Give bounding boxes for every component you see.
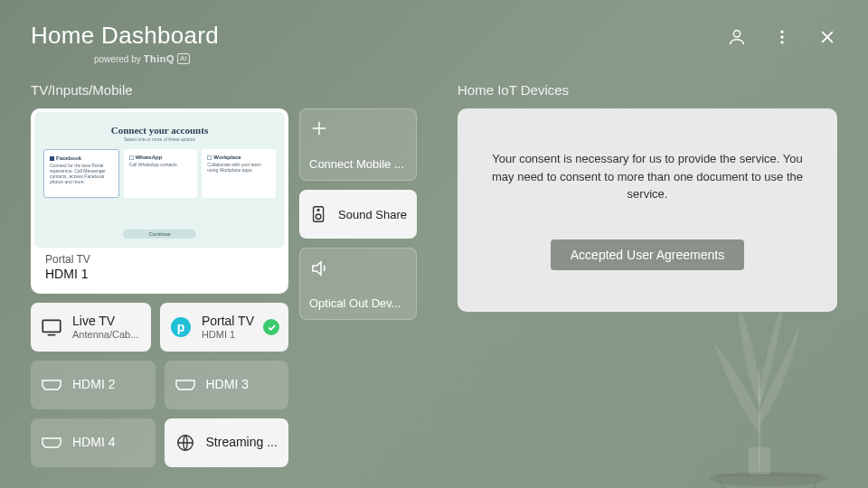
- account-icon[interactable]: [727, 27, 747, 47]
- speaker-bluetooth-icon: [309, 204, 329, 224]
- hdmi-icon: [40, 373, 63, 397]
- svg-point-5: [733, 31, 740, 37]
- sound-share-tile[interactable]: Sound Share: [299, 190, 417, 239]
- input-tile-hdmi3[interactable]: HDMI 3: [165, 361, 289, 409]
- input-tile-streaming[interactable]: Streaming ...: [165, 418, 289, 467]
- svg-point-8: [780, 41, 783, 43]
- tile-label: Streaming ...: [206, 436, 278, 449]
- svg-text:p: p: [177, 320, 185, 334]
- plus-icon: [309, 118, 329, 138]
- iot-consent-panel: Your consent is necessary for us to prov…: [458, 108, 837, 312]
- tile-sublabel: Antenna/Cab...: [72, 329, 138, 340]
- svg-point-15: [317, 210, 319, 211]
- svg-rect-1: [714, 474, 823, 476]
- close-icon[interactable]: [817, 27, 837, 47]
- hdmi-icon: [174, 373, 197, 397]
- input-tile-hdmi2[interactable]: HDMI 2: [31, 361, 156, 409]
- tile-label: Live TV: [72, 314, 138, 328]
- input-tile-portal-tv[interactable]: p Portal TV HDMI 1: [160, 303, 288, 352]
- svg-rect-9: [42, 320, 61, 332]
- powered-by-prefix: powered by: [94, 54, 141, 64]
- preview-option-workplace: Workplace Collaborate with your team usi…: [202, 149, 276, 198]
- speaker-volume-icon: [309, 258, 329, 277]
- powered-by-line: powered by ThinQ AI: [94, 53, 219, 64]
- preview-inner-subtitle: Select one or more of these options: [43, 136, 276, 142]
- tv-icon: [40, 315, 63, 339]
- preview-continue-button: Continue: [123, 230, 195, 239]
- ai-badge: AI: [177, 53, 190, 64]
- iot-consent-message: Your consent is necessary for us to prov…: [481, 150, 814, 203]
- svg-point-0: [710, 472, 827, 486]
- svg-line-2: [719, 476, 723, 488]
- powered-by-brand: ThinQ: [144, 53, 175, 64]
- tile-label: HDMI 4: [72, 436, 115, 449]
- preview-source-name: Portal TV: [45, 253, 274, 266]
- iot-section-label: Home IoT Devices: [458, 82, 837, 98]
- tile-label: HDMI 3: [206, 378, 249, 391]
- connect-mobile-tile[interactable]: Connect Mobile ...: [299, 108, 417, 181]
- preview-option-whatsapp: WhatsApp Call WhatsApp contacts.: [124, 149, 198, 198]
- page-title: Home Dashboard: [31, 22, 219, 50]
- preview-port-name: HDMI 1: [45, 267, 274, 281]
- tile-sublabel: HDMI 1: [202, 329, 254, 340]
- preview-inner-title: Connect your accounts: [43, 125, 276, 136]
- preview-option-facebook: Facebook Connect for the best Portal exp…: [43, 149, 119, 198]
- svg-point-6: [780, 31, 783, 33]
- more-options-icon[interactable]: [772, 27, 792, 47]
- tile-label: Portal TV: [202, 314, 254, 328]
- svg-point-14: [316, 214, 321, 220]
- portal-app-icon: p: [169, 315, 193, 339]
- svg-point-7: [780, 35, 783, 38]
- tile-label: HDMI 2: [72, 378, 115, 391]
- tile-label: Sound Share: [338, 208, 407, 221]
- input-tile-live-tv[interactable]: Live TV Antenna/Cab...: [31, 303, 151, 352]
- input-tile-hdmi4[interactable]: HDMI 4: [31, 418, 156, 467]
- tile-label: Optical Out Dev...: [309, 296, 407, 310]
- optical-out-tile[interactable]: Optical Out Dev...: [299, 248, 417, 320]
- current-input-preview-card[interactable]: Connect your accounts Select one or more…: [31, 108, 288, 294]
- preview-screen-content: Connect your accounts Select one or more…: [34, 112, 285, 248]
- accepted-user-agreements-button[interactable]: Accepted User Agreements: [551, 239, 744, 270]
- svg-line-3: [814, 476, 818, 488]
- hdmi-icon: [40, 431, 63, 455]
- active-check-icon: [263, 319, 279, 335]
- globe-icon: [174, 431, 197, 455]
- inputs-section-label: TV/Inputs/Mobile: [31, 82, 429, 98]
- tile-label: Connect Mobile ...: [309, 157, 407, 171]
